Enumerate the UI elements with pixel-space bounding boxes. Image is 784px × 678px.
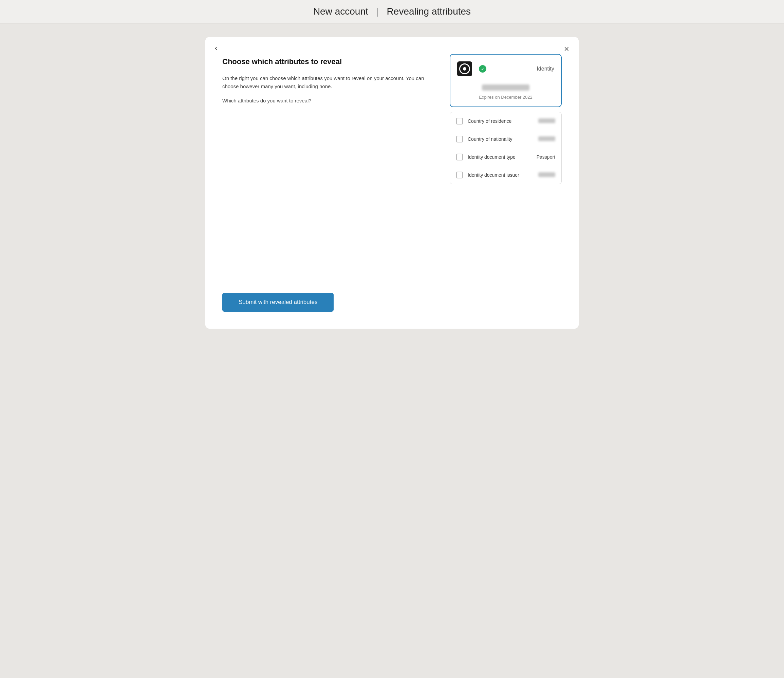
step-label: Revealing attributes	[387, 6, 471, 17]
blurred-value-residence	[538, 118, 555, 123]
blurred-value-issuer	[538, 172, 555, 177]
modal: ‹ × Choose which attributes to reveal On…	[205, 37, 579, 329]
new-account-label: New account	[313, 6, 368, 17]
identity-card: ✓ Identity Expires on December 2022	[450, 54, 562, 107]
attr-value-doc-type: Passport	[536, 154, 555, 160]
modal-description-2: Which attributes do you want to reveal?	[222, 96, 433, 105]
identity-card-header: ✓ Identity	[457, 61, 554, 76]
modal-description-1: On the right you can choose which attrib…	[222, 74, 433, 90]
verified-badge: ✓	[479, 65, 486, 73]
page-title: New account | Revealing attributes	[0, 6, 784, 17]
attribute-row-country-nationality: Country of nationality	[450, 130, 561, 148]
attr-label-country-nationality: Country of nationality	[468, 136, 533, 142]
blurred-value-nationality	[538, 136, 555, 141]
identity-label: Identity	[536, 66, 554, 72]
checkbox-doc-type[interactable]	[456, 154, 463, 160]
checkbox-doc-issuer[interactable]	[456, 172, 463, 179]
modal-left-panel: Choose which attributes to reveal On the…	[222, 54, 433, 312]
blurred-name	[482, 84, 530, 90]
identity-card-name	[457, 84, 554, 92]
attr-label-doc-type: Identity document type	[468, 154, 532, 160]
attr-value-country-residence	[538, 118, 555, 124]
identity-logo-icon	[457, 61, 472, 76]
attr-value-country-nationality	[538, 136, 555, 142]
identity-card-expiry: Expires on December 2022	[457, 95, 554, 100]
submit-button[interactable]: Submit with revealed attributes	[222, 293, 334, 312]
attr-value-doc-issuer	[538, 172, 555, 178]
modal-heading: Choose which attributes to reveal	[222, 57, 433, 66]
attribute-row-doc-type: Identity document type Passport	[450, 148, 561, 166]
modal-right-panel: ✓ Identity Expires on December 2022 Coun…	[450, 54, 562, 312]
identity-logo-group: ✓	[457, 61, 486, 76]
back-button[interactable]: ‹	[215, 44, 217, 52]
modal-body: Choose which attributes to reveal On the…	[222, 54, 562, 312]
attributes-list: Country of residence Country of national…	[450, 112, 562, 184]
checkbox-country-nationality[interactable]	[456, 136, 463, 143]
attribute-row-doc-issuer: Identity document issuer	[450, 166, 561, 184]
close-button[interactable]: ×	[564, 44, 569, 53]
attr-label-doc-issuer: Identity document issuer	[468, 172, 533, 178]
top-bar: New account | Revealing attributes	[0, 0, 784, 23]
page-content: ‹ × Choose which attributes to reveal On…	[0, 23, 784, 678]
attribute-row-country-residence: Country of residence	[450, 112, 561, 130]
attr-label-country-residence: Country of residence	[468, 118, 533, 124]
title-separator: |	[376, 6, 379, 17]
checkbox-country-residence[interactable]	[456, 118, 463, 124]
